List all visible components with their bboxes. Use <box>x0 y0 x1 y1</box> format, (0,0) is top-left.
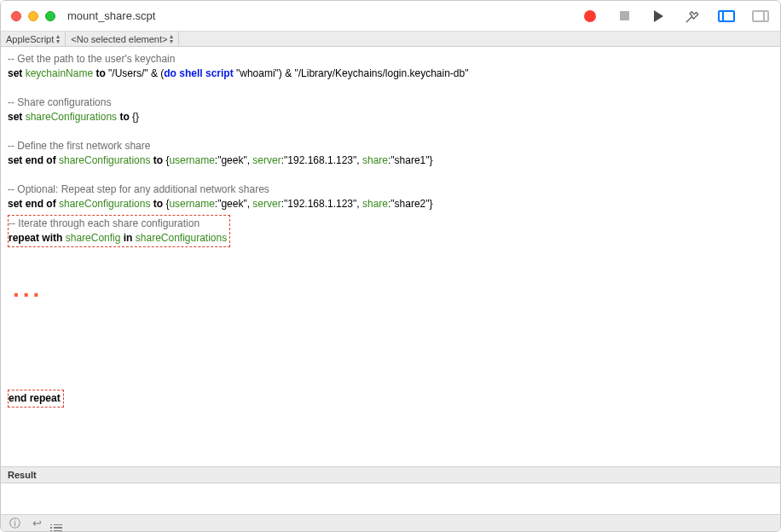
info-icon[interactable]: ⓘ <box>9 516 20 531</box>
element-selector[interactable]: <No selected element> ▴▾ <box>66 32 179 46</box>
code-line: repeat with shareConfig in shareConfigur… <box>9 231 227 246</box>
right-pane-icon <box>752 10 769 22</box>
ellipsis-marker: ... <box>13 281 773 296</box>
list-icon[interactable] <box>54 515 62 531</box>
language-selector[interactable]: AppleScript ▴▾ <box>1 32 66 46</box>
chevron-updown-icon: ▴▾ <box>170 34 173 44</box>
code-comment: -- Iterate through each share configurat… <box>9 217 227 231</box>
close-button[interactable] <box>11 11 21 21</box>
minimize-button[interactable] <box>28 11 38 21</box>
play-button[interactable] <box>649 7 668 26</box>
language-label: AppleScript <box>6 34 54 44</box>
play-icon <box>654 10 663 22</box>
record-button[interactable] <box>581 7 599 26</box>
code-comment: -- Get the path to the user's keychain <box>8 52 773 66</box>
code-comment: -- Define the first network share <box>8 139 773 153</box>
result-pane[interactable] <box>1 483 780 514</box>
right-pane-toggle[interactable] <box>751 7 770 26</box>
code-editor[interactable]: -- Get the path to the user's keychain s… <box>1 47 780 466</box>
footer-bar: ⓘ ↩ <box>1 514 780 531</box>
window-title: mount_share.scpt <box>67 9 155 22</box>
chevron-updown-icon: ▴▾ <box>56 34 60 44</box>
code-line: set end of shareConfigurations to {usern… <box>8 197 773 211</box>
code-line: set shareConfigurations to {} <box>8 110 773 124</box>
titlebar: mount_share.scpt <box>1 1 780 32</box>
script-editor-window: mount_share.scpt AppleScript ▴▾ <No sele… <box>0 0 781 532</box>
hammer-icon <box>685 9 700 24</box>
navigation-bar: AppleScript ▴▾ <No selected element> ▴▾ <box>1 32 780 47</box>
stop-icon <box>620 11 629 20</box>
compile-button[interactable] <box>683 7 702 26</box>
code-line: set keychainName to "/Users/" & (do shel… <box>8 66 773 81</box>
result-header: Result <box>1 466 780 483</box>
highlight-box-end: end repeat <box>8 390 64 408</box>
traffic-lights <box>11 11 55 21</box>
maximize-button[interactable] <box>45 11 55 21</box>
code-comment: -- Optional: Repeat step for any additio… <box>8 182 773 197</box>
toolbar <box>581 7 770 26</box>
result-label: Result <box>8 470 37 480</box>
record-icon <box>584 10 596 22</box>
return-icon[interactable]: ↩ <box>32 517 42 529</box>
code-comment: -- Share configurations <box>8 95 773 110</box>
stop-button[interactable] <box>615 7 633 26</box>
left-pane-toggle[interactable] <box>717 7 736 26</box>
left-pane-icon <box>718 10 735 22</box>
highlight-box-repeat: -- Iterate through each share configurat… <box>8 215 230 247</box>
element-label: <No selected element> <box>71 34 167 44</box>
code-line: end repeat <box>9 392 61 404</box>
code-line: set end of shareConfigurations to {usern… <box>8 153 773 168</box>
